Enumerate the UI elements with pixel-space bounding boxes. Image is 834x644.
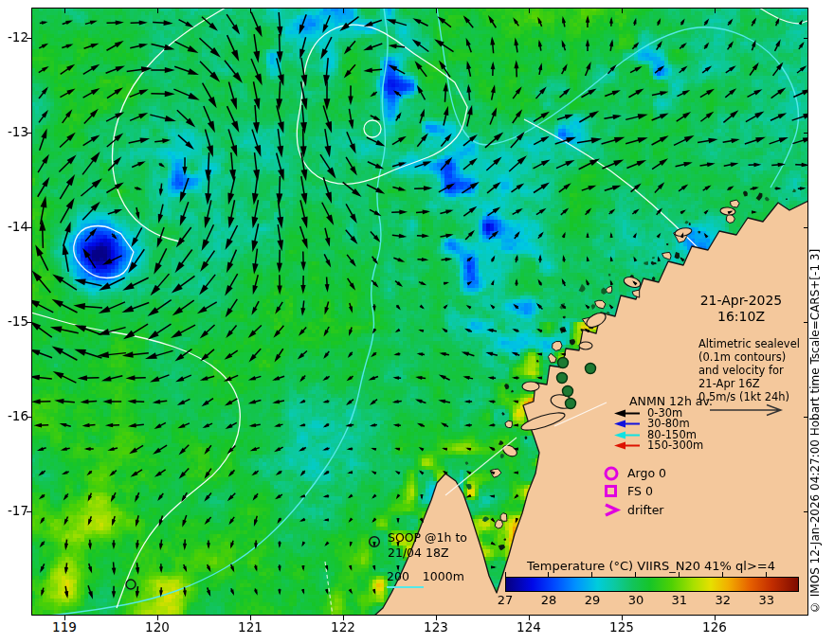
x-axis-tick-top [64,8,65,13]
colorbar-tick-label: 33 [752,593,781,607]
depth-arrow-icon [610,408,643,419]
fs-square-icon [603,483,622,499]
platform-row: Argo 0 [603,464,726,482]
y-axis-tick-label: -14 [0,219,28,234]
x-axis-tick-label: 123 [412,619,460,635]
colorbar-tick [679,572,680,577]
x-axis-tick-label: 126 [691,619,738,635]
x-axis-tick-label: 120 [134,619,181,635]
soop-note-line: SOOP @1h to [388,530,467,546]
altimetric-note-line: 21-Apr 16Z [698,377,817,390]
colorbar-tick [766,572,767,577]
colorbar-tick [635,572,636,577]
y-axis-tick-label: -12 [0,29,28,45]
x-axis-tick-top [157,8,158,13]
y-axis-tick-label: -17 [0,503,28,518]
isobath-200-label: 200 [387,569,409,583]
altimetric-note-line: Altimetric sealevel [698,337,817,350]
x-axis-tick-top [622,8,623,13]
colorbar-tick-label: 27 [491,593,519,607]
x-axis-tick-top [529,8,530,13]
temperature-colorbar [505,577,799,592]
colorbar-tick-label: 32 [709,593,737,607]
colorbar-title: Temperature (°C) VIIRS_N20 41% ql>=4 [505,559,797,573]
platform-label: FS 0 [627,484,653,498]
platform-legend: Argo 0FS 0drifter [603,464,726,519]
x-axis-tick-top [436,8,437,13]
depth-arrow-icon [610,419,643,429]
x-axis-tick-label: 121 [227,619,274,635]
soop-legend: SOOP @1h to 21/04 18Z [368,530,467,560]
anmn-depth-label: 150-300m [647,440,703,452]
y-axis-tick-right [804,227,808,228]
colorbar-tick-label: 28 [535,593,563,607]
isobath-legend: 2001000m [387,569,464,583]
platform-label: drifter [627,503,663,517]
y-axis-tick-right [804,322,808,323]
altimetric-note-line: and velocity for [698,364,817,377]
colorbar-tick [505,572,506,577]
colorbar-tick-label: 29 [578,593,607,607]
x-axis-tick-top [250,8,251,13]
y-axis-tick-right [804,38,808,39]
anmn-legend: ANMN 12h av. 0-30m30-80m80-150m150-300m [610,395,752,451]
x-axis-tick-label: 119 [41,619,88,635]
y-axis-tick-label: -15 [0,313,28,329]
credit-text: © IMOS 12-Jan-2026 04:27:00 Hobart time … [808,129,822,614]
colorbar-tick [548,572,549,577]
x-axis-tick-label: 125 [598,619,645,635]
y-axis-tick-right [804,511,808,512]
altimetric-note: Altimetric sealevel (0.1m contours) and … [698,337,817,403]
drifter-chevron-icon [603,502,622,518]
y-axis-tick-right [804,133,808,134]
x-axis-tick-label: 122 [319,619,367,635]
y-axis-tick-label: -16 [0,408,28,423]
y-axis-tick-label: -13 [0,124,28,139]
map-timestamp: 21-Apr-2025 16:10Z [669,293,813,325]
x-axis-tick-top [343,8,344,13]
depth-arrow-icon [610,440,643,451]
colorbar-tick [591,572,592,577]
ocean-current-figure: 21-Apr-2025 16:10Z Altimetric sealevel (… [0,0,834,644]
platform-row: drifter [603,501,726,519]
soop-circle-icon [368,535,382,549]
timestamp-date: 21-Apr-2025 [669,293,813,309]
altimetric-note-line: (0.1m contours) [698,350,817,364]
argo-circle-icon [603,465,622,481]
platform-label: Argo 0 [627,466,666,480]
soop-note-line: 21/04 18Z [388,546,467,561]
isobath-1000-label: 1000m [423,569,464,583]
isobath-line-sample [387,586,424,588]
colorbar-tick [722,572,723,577]
x-axis-tick-label: 124 [505,619,553,635]
y-axis-tick-right [804,417,808,418]
x-axis-tick-top [715,8,716,13]
depth-arrow-icon [610,430,643,440]
anmn-depth-row: 150-300m [610,440,752,451]
colorbar-tick-label: 31 [665,593,694,607]
platform-row: FS 0 [603,482,726,500]
colorbar-tick-label: 30 [622,593,650,607]
timestamp-time: 16:10Z [669,309,813,325]
